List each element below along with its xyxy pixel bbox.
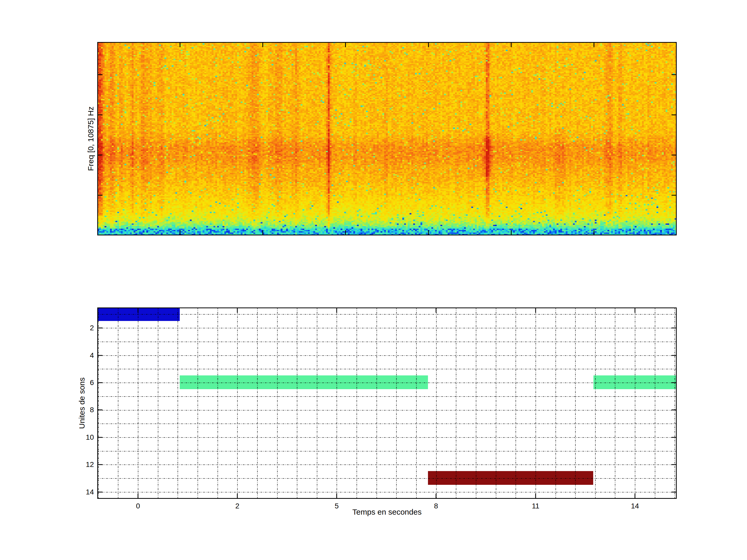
y-tick-label: 12 <box>47 460 94 469</box>
figure: Freq [0, 10875] Hz Unites de sons Temps … <box>0 0 747 560</box>
y-tick-label: 2 <box>47 323 94 332</box>
spectrogram-canvas <box>97 42 677 235</box>
timeline-canvas <box>97 308 677 499</box>
x-tick-label: 14 <box>631 502 639 510</box>
y-tick-label: 14 <box>47 487 94 497</box>
x-tick-label: 2 <box>235 502 239 510</box>
timeline-xlabel: Temps en secondes <box>353 508 422 516</box>
y-tick-label: 10 <box>47 433 94 442</box>
x-tick-label: 5 <box>335 502 339 510</box>
x-tick-label: 0 <box>136 502 140 510</box>
y-tick-label: 8 <box>47 405 94 415</box>
y-tick-label: 6 <box>47 378 94 387</box>
x-tick-label: 8 <box>434 502 438 510</box>
y-tick-label: 4 <box>47 351 94 360</box>
x-tick-label: 11 <box>532 502 539 510</box>
spectrogram-ylabel: Freq [0, 10875] Hz <box>86 107 95 171</box>
